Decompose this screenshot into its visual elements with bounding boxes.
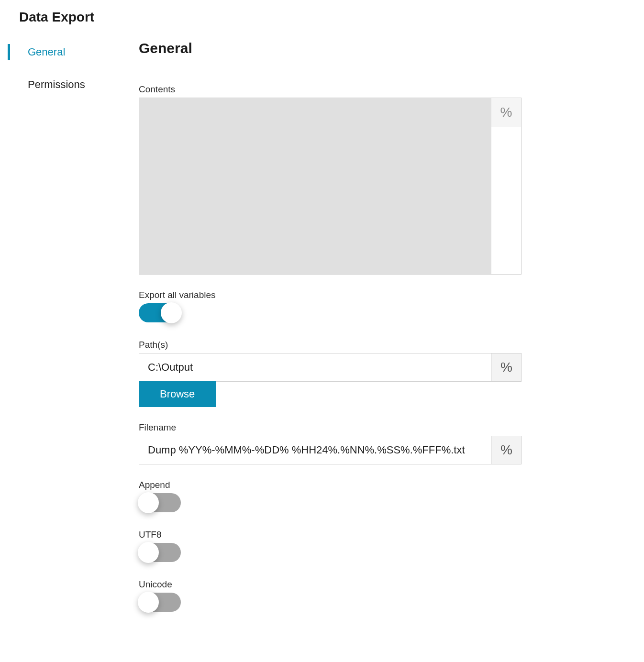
browse-button[interactable]: Browse [139,381,216,407]
paths-label: Path(s) [139,340,483,350]
percent-icon[interactable]: % [491,436,521,464]
sidebar-item-general[interactable]: General [0,40,139,64]
sidebar-item-permissions[interactable]: Permissions [0,73,139,97]
paths-input[interactable] [139,353,491,381]
filename-label: Filename [139,422,483,433]
export-all-label: Export all variables [139,290,483,300]
contents-token-sidebar: % [491,98,521,274]
percent-icon[interactable]: % [491,98,521,127]
section-title: General [139,40,483,56]
export-all-toggle[interactable] [139,303,181,322]
sidebar-item-label: General [28,46,65,58]
contents-input[interactable] [139,98,491,274]
unicode-group: Unicode [139,579,483,614]
contents-wrap: % [139,98,522,275]
paths-group: Path(s) % Browse [139,340,483,407]
export-all-group: Export all variables [139,290,483,324]
unicode-toggle[interactable] [139,593,181,612]
page-title: Data Export [0,10,644,30]
append-label: Append [139,480,483,490]
toggle-knob [161,302,182,323]
paths-input-row: % [139,353,522,382]
main-panel: General Contents % Export all variables … [139,30,483,629]
utf8-group: UTF8 [139,530,483,564]
sidebar: General Permissions [0,30,139,629]
toggle-knob [138,592,159,613]
toggle-knob [138,492,159,513]
filename-group: Filename % [139,422,483,464]
contents-label: Contents [139,84,483,95]
append-toggle[interactable] [139,493,181,512]
contents-group: Contents % [139,84,483,275]
utf8-label: UTF8 [139,530,483,540]
percent-icon[interactable]: % [491,353,521,381]
filename-input-row: % [139,436,522,464]
append-group: Append [139,480,483,514]
toggle-knob [138,542,159,563]
unicode-label: Unicode [139,579,483,590]
sidebar-item-label: Permissions [28,78,85,90]
utf8-toggle[interactable] [139,543,181,562]
filename-input[interactable] [139,436,491,464]
